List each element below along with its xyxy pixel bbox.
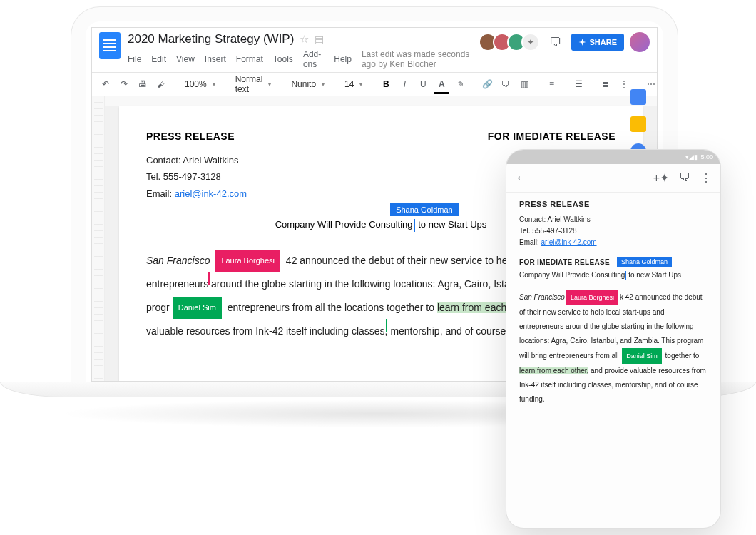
label-shana: Shana Goldman [390,203,459,216]
phone-cursor-shana [625,271,626,280]
doc-title[interactable]: 2020 Marketing Strategy (WIP) [128,32,294,46]
horizontal-ruler [105,96,657,106]
add-person-icon[interactable]: +✦ [653,171,669,185]
line-spacing-icon[interactable]: ☰ [571,76,586,93]
phone-label-laura: Laura Borghesi [566,290,618,305]
phone-status-bar: ▾◢▮ 5:00 [506,150,720,164]
style-select[interactable]: Normal text [231,74,276,94]
avatar-anon[interactable]: ✦ [521,33,540,51]
keep-icon[interactable] [630,116,646,132]
phone-highlight: learn from each other, [519,367,588,374]
cursor-laura [208,272,210,285]
menu-help[interactable]: Help [334,54,352,64]
move-icon[interactable]: ▤ [315,34,324,45]
comment-icon[interactable]: 🗨 [679,171,690,185]
menu-edit[interactable]: Edit [151,54,166,64]
cursor-daniel [386,319,387,332]
menu-format[interactable]: Format [236,54,263,64]
italic-icon[interactable]: I [397,76,412,93]
menu-insert[interactable]: Insert [205,54,226,64]
comments-icon[interactable]: 🗨 [546,32,566,52]
calendar-icon[interactable] [630,89,646,105]
image-icon[interactable]: ▥ [516,76,532,93]
label-laura: Laura Borghesi [215,250,280,272]
bold-icon[interactable]: B [378,76,394,93]
phone-contact: Contact: Ariel Waltkins Tel. 555-497-312… [519,214,708,248]
redo-icon[interactable]: ↷ [116,76,132,93]
share-button[interactable]: SHARE [571,34,624,51]
undo-icon[interactable]: ↶ [98,76,113,93]
vertical-ruler [92,96,105,382]
underline-icon[interactable]: U [415,76,431,93]
comment-icon[interactable]: 🗨 [498,76,514,93]
wifi-icon: ▾◢▮ [685,153,698,160]
paint-format-icon[interactable]: 🖌 [153,76,169,93]
menu-tools[interactable]: Tools [273,54,293,64]
phone-for-release: FOR IMEDIATE RELEASE [519,258,610,266]
menu-addons[interactable]: Add-ons [303,49,324,69]
back-icon[interactable]: ← [515,170,528,185]
phone-email-link[interactable]: ariel@ink-42.com [541,238,597,246]
menu-file[interactable]: File [128,54,141,64]
docs-icon[interactable] [99,32,121,59]
side-panel [627,89,650,159]
link-icon[interactable]: 🔗 [479,76,495,93]
phone-label-daniel: Daniel Sim [622,348,662,364]
cursor-shana [414,219,415,232]
collaborator-avatars[interactable]: ✦ [483,33,540,51]
heading-press-release: PRESS RELEASE [146,131,235,142]
phone-topbar: ← +✦ 🗨 ⋮ [506,164,720,193]
numbered-list-icon[interactable]: ≣ [598,76,613,93]
fontsize-select[interactable]: 14 [340,79,367,89]
last-edit[interactable]: Last edit was made seconds ago by Ken Bl… [362,49,484,69]
phone-body: San FranciscoLaura Borghesik 42 announce… [519,290,708,407]
phone-document[interactable]: PRESS RELEASE Contact: Ariel Waltkins Te… [506,193,720,414]
account-avatar[interactable] [630,32,650,52]
email-link[interactable]: ariel@ink-42.com [175,188,247,199]
align-icon[interactable]: ≡ [543,76,559,93]
star-icon[interactable]: ☆ [300,33,309,46]
menu-bar: File Edit View Insert Format Tools Add-o… [128,49,483,69]
overflow-icon[interactable]: ⋮ [700,171,712,185]
heading-for-release: FOR IMEDIATE RELEASE [488,131,615,142]
docs-header: 2020 Marketing Strategy (WIP) ☆ ▤ File E… [92,28,657,69]
toolbar: ↶ ↷ 🖶 🖌 100% Normal text Nunito 14 B I U… [92,72,657,96]
highlight-icon[interactable]: ✎ [452,76,468,93]
label-daniel: Daniel Sim [173,297,222,319]
phone-frame: ▾◢▮ 5:00 ← +✦ 🗨 ⋮ PRESS RELEASE Contact:… [506,150,720,528]
font-select[interactable]: Nunito [287,79,329,89]
text-color-icon[interactable]: A [434,76,449,93]
zoom-select[interactable]: 100% [180,79,220,89]
print-icon[interactable]: 🖶 [135,76,150,93]
phone-heading: PRESS RELEASE [519,200,708,208]
menu-view[interactable]: View [176,54,195,64]
phone-time: 5:00 [700,153,713,160]
phone-label-shana: Shana Goldman [617,257,672,267]
phone-subtitle: Company Will Provide Consulting to new S… [519,271,708,280]
